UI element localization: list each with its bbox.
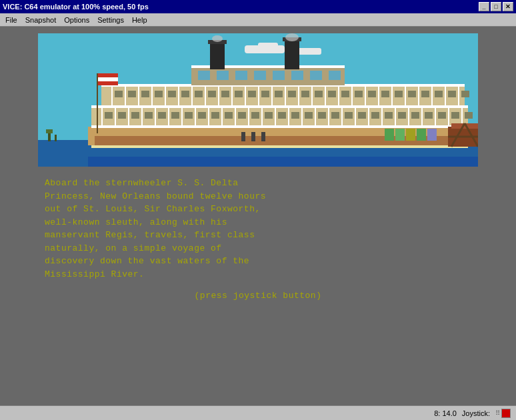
svg-rect-108 <box>195 91 203 97</box>
svg-rect-53 <box>225 112 233 119</box>
svg-point-143 <box>212 35 223 42</box>
speed-info: 8: 14.0 <box>434 409 457 417</box>
svg-rect-93 <box>351 84 353 107</box>
svg-rect-109 <box>208 91 216 97</box>
maximize-button[interactable]: □ <box>491 2 501 11</box>
svg-rect-30 <box>288 105 289 128</box>
svg-rect-79 <box>165 84 166 107</box>
svg-rect-157 <box>417 129 426 141</box>
svg-rect-62 <box>345 112 353 119</box>
svg-rect-68 <box>425 112 433 119</box>
story-paragraph: Aboard the sternwheeler S. S. Delta Prin… <box>45 177 471 281</box>
svg-rect-36 <box>368 105 369 128</box>
menu-help[interactable]: Help <box>128 13 151 26</box>
svg-rect-125 <box>421 91 429 97</box>
svg-rect-105 <box>155 91 163 97</box>
svg-rect-76 <box>125 84 126 107</box>
svg-rect-141 <box>285 39 299 69</box>
svg-rect-136 <box>291 71 303 80</box>
svg-rect-63 <box>358 112 366 119</box>
svg-rect-39 <box>408 105 409 128</box>
svg-rect-137 <box>310 71 322 80</box>
svg-rect-66 <box>398 112 406 119</box>
svg-rect-115 <box>288 91 296 97</box>
svg-rect-112 <box>248 91 256 97</box>
svg-rect-135 <box>273 71 285 80</box>
menu-settings[interactable]: Settings <box>93 13 128 26</box>
joystick-prompt: (press joystick button) <box>45 291 471 301</box>
svg-rect-95 <box>378 84 379 107</box>
svg-rect-120 <box>355 91 363 97</box>
svg-rect-87 <box>271 84 273 107</box>
svg-rect-57 <box>278 112 286 119</box>
svg-rect-84 <box>231 84 233 107</box>
svg-rect-106 <box>168 91 176 97</box>
svg-rect-121 <box>368 91 376 97</box>
svg-rect-41 <box>435 105 436 128</box>
svg-rect-139 <box>210 41 225 69</box>
svg-rect-69 <box>438 112 446 119</box>
svg-rect-113 <box>261 91 269 97</box>
svg-rect-101 <box>458 84 459 107</box>
svg-rect-21 <box>168 105 169 128</box>
svg-rect-82 <box>205 84 206 107</box>
svg-rect-159 <box>241 132 245 141</box>
svg-rect-158 <box>427 129 437 141</box>
c64-screen <box>38 33 478 167</box>
svg-rect-37 <box>381 105 383 128</box>
svg-rect-111 <box>235 91 243 97</box>
svg-rect-104 <box>141 91 149 97</box>
story-text-area: Aboard the sternwheeler S. S. Delta Prin… <box>38 167 478 307</box>
svg-rect-54 <box>238 112 246 119</box>
svg-rect-99 <box>431 84 433 107</box>
window-title: VICE: C64 emulator at 100% speed, 50 fps <box>3 3 149 11</box>
svg-rect-33 <box>328 105 329 128</box>
status-bar: 8: 14.0 Joystick: ⠿ <box>0 405 516 420</box>
svg-rect-45 <box>118 112 126 119</box>
svg-rect-52 <box>211 112 219 119</box>
svg-rect-70 <box>451 112 459 119</box>
svg-rect-86 <box>258 84 259 107</box>
menu-file[interactable]: File <box>1 13 21 26</box>
svg-rect-132 <box>217 71 229 80</box>
svg-rect-48 <box>158 112 166 119</box>
svg-rect-91 <box>325 84 326 107</box>
menu-snapshot[interactable]: Snapshot <box>21 13 60 26</box>
svg-rect-7 <box>48 132 51 141</box>
svg-rect-92 <box>338 84 339 107</box>
svg-rect-75 <box>111 84 113 107</box>
svg-rect-94 <box>365 84 366 107</box>
svg-rect-118 <box>328 91 336 97</box>
menu-bar: File Snapshot Options Settings Help <box>0 13 516 27</box>
svg-rect-27 <box>248 105 249 128</box>
close-button[interactable]: ✕ <box>503 2 513 11</box>
svg-rect-32 <box>315 105 316 128</box>
svg-rect-58 <box>291 112 299 119</box>
svg-rect-83 <box>218 84 219 107</box>
svg-rect-61 <box>331 112 339 119</box>
svg-rect-34 <box>341 105 343 128</box>
svg-rect-88 <box>285 84 286 107</box>
svg-rect-161 <box>261 132 265 141</box>
svg-rect-44 <box>105 112 113 119</box>
svg-rect-46 <box>131 112 139 119</box>
svg-rect-98 <box>418 84 419 107</box>
svg-rect-55 <box>251 112 259 119</box>
svg-rect-154 <box>385 129 394 141</box>
svg-point-144 <box>285 33 299 41</box>
svg-rect-128 <box>461 91 469 97</box>
title-bar: VICE: C64 emulator at 100% speed, 50 fps… <box>0 0 516 13</box>
svg-rect-59 <box>305 112 313 119</box>
svg-rect-17 <box>115 105 116 128</box>
svg-rect-110 <box>221 91 229 97</box>
minimize-button[interactable]: _ <box>479 2 489 11</box>
svg-rect-15 <box>91 125 468 128</box>
svg-rect-78 <box>151 84 153 107</box>
svg-rect-65 <box>385 112 393 119</box>
svg-rect-107 <box>181 91 189 97</box>
svg-rect-51 <box>198 112 206 119</box>
svg-rect-81 <box>191 84 193 107</box>
menu-options[interactable]: Options <box>60 13 93 26</box>
main-content: Aboard the sternwheeler S. S. Delta Prin… <box>0 27 516 419</box>
svg-rect-18 <box>128 105 129 128</box>
